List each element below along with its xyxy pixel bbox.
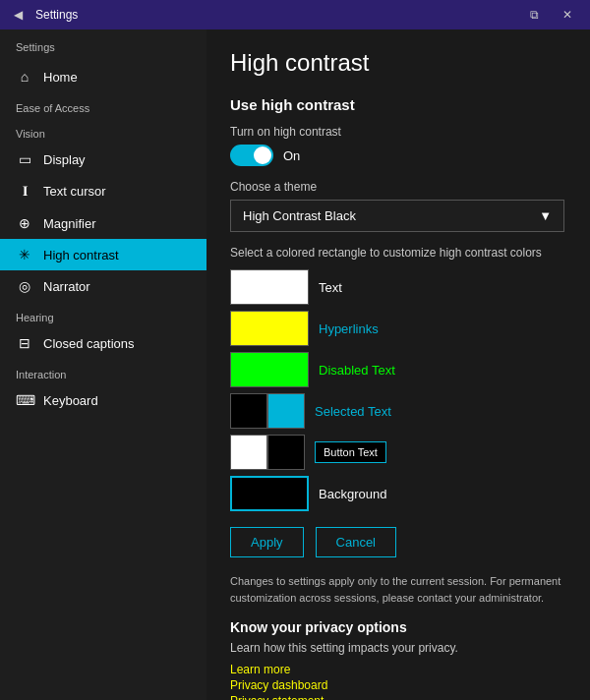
color-row-text: Text <box>230 269 566 305</box>
selected-cyan-swatch <box>267 393 305 429</box>
back-button[interactable]: ◀ <box>8 5 28 25</box>
text-color-swatch[interactable] <box>230 269 309 305</box>
magnifier-icon: ⊕ <box>16 215 33 231</box>
interaction-label: Interaction <box>0 359 206 384</box>
sidebar-item-text-cursor-label: Text cursor <box>43 184 106 199</box>
keyboard-icon: ⌨ <box>16 392 33 408</box>
sidebar: Settings ⌂ Home Ease of Access Vision ▭ … <box>0 29 206 700</box>
background-color-swatch[interactable] <box>230 476 309 511</box>
home-icon: ⌂ <box>16 69 33 85</box>
hearing-label: Hearing <box>0 302 206 327</box>
color-row-disabled: Disabled Text <box>230 352 566 387</box>
button-black-swatch <box>267 435 305 470</box>
color-rows: Text Hyperlinks Disabled Text Selected T… <box>230 269 566 511</box>
sidebar-item-text-cursor[interactable]: 𝐈 Text cursor <box>0 175 206 207</box>
color-row-background: Background <box>230 476 566 511</box>
main-content: High contrast Use high contrast Turn on … <box>206 29 590 700</box>
sidebar-item-home-label: Home <box>43 70 78 85</box>
page-title: High contrast <box>230 49 566 77</box>
note-text: Changes to settings apply only to the cu… <box>230 573 566 606</box>
cancel-button[interactable]: Cancel <box>316 527 396 557</box>
text-color-label: Text <box>319 280 342 295</box>
sidebar-item-magnifier[interactable]: ⊕ Magnifier <box>0 207 206 239</box>
selected-color-label: Selected Text <box>315 404 391 419</box>
theme-label: Choose a theme <box>230 180 566 194</box>
apply-button[interactable]: Apply <box>230 527 304 557</box>
color-row-hyperlinks: Hyperlinks <box>230 311 566 346</box>
disabled-color-label: Disabled Text <box>319 363 395 378</box>
disabled-color-swatch[interactable] <box>230 352 309 387</box>
sidebar-item-display[interactable]: ▭ Display <box>0 144 206 175</box>
action-buttons: Apply Cancel <box>230 527 566 557</box>
toggle-label: Turn on high contrast <box>230 125 566 139</box>
privacy-desc: Learn how this setting impacts your priv… <box>230 641 566 655</box>
ease-of-access-label: Ease of Access <box>0 92 206 118</box>
text-cursor-icon: 𝐈 <box>16 183 33 200</box>
theme-dropdown-value: High Contrast Black <box>243 208 356 223</box>
sidebar-item-narrator[interactable]: ◎ Narrator <box>0 270 206 302</box>
theme-dropdown[interactable]: High Contrast Black ▼ <box>230 200 564 232</box>
button-double-swatch[interactable] <box>230 435 305 470</box>
sidebar-item-closed-captions[interactable]: ⊟ Closed captions <box>0 327 206 359</box>
color-row-button: Button Text <box>230 435 566 470</box>
sidebar-breadcrumb: Settings <box>0 37 206 61</box>
dropdown-arrow-icon: ▼ <box>539 208 552 223</box>
sidebar-item-closed-captions-label: Closed captions <box>43 336 135 351</box>
high-contrast-toggle[interactable] <box>230 145 273 166</box>
close-button[interactable]: ✕ <box>553 5 582 25</box>
app-layout: Settings ⌂ Home Ease of Access Vision ▭ … <box>0 29 590 700</box>
sidebar-item-display-label: Display <box>43 152 86 167</box>
high-contrast-icon: ✳ <box>16 247 33 262</box>
privacy-statement-link[interactable]: Privacy statement <box>230 694 566 700</box>
sidebar-item-home[interactable]: ⌂ Home <box>0 61 206 92</box>
button-text-btn[interactable]: Button Text <box>315 441 386 463</box>
color-row-selected: Selected Text <box>230 393 566 429</box>
sidebar-item-high-contrast[interactable]: ✳ High contrast <box>0 239 206 270</box>
use-section-title: Use high contrast <box>230 96 566 113</box>
color-instruction: Select a colored rectangle to customize … <box>230 246 566 260</box>
selected-double-swatch[interactable] <box>230 393 305 429</box>
closed-captions-icon: ⊟ <box>16 335 33 351</box>
privacy-dashboard-link[interactable]: Privacy dashboard <box>230 678 566 692</box>
learn-more-link[interactable]: Learn more <box>230 663 566 676</box>
sidebar-item-keyboard-label: Keyboard <box>43 393 98 408</box>
sidebar-item-magnifier-label: Magnifier <box>43 216 95 231</box>
selected-black-swatch <box>230 393 267 429</box>
sidebar-item-high-contrast-label: High contrast <box>43 248 119 262</box>
sidebar-item-narrator-label: Narrator <box>43 279 90 294</box>
title-bar-title: Settings <box>35 8 511 22</box>
privacy-title: Know your privacy options <box>230 619 566 635</box>
button-white-swatch <box>230 435 267 470</box>
toggle-state-label: On <box>283 148 300 163</box>
hyperlinks-color-label: Hyperlinks <box>319 321 379 336</box>
sidebar-item-keyboard[interactable]: ⌨ Keyboard <box>0 384 206 416</box>
hyperlinks-color-swatch[interactable] <box>230 311 309 346</box>
window-controls: ⧉ ✕ <box>519 5 582 25</box>
title-bar: ◀ Settings ⧉ ✕ <box>0 0 590 29</box>
narrator-icon: ◎ <box>16 278 33 294</box>
display-icon: ▭ <box>16 151 33 167</box>
toggle-row: On <box>230 145 566 166</box>
background-color-label: Background <box>319 487 386 501</box>
restore-button[interactable]: ⧉ <box>519 5 549 25</box>
vision-label: Vision <box>0 118 206 144</box>
